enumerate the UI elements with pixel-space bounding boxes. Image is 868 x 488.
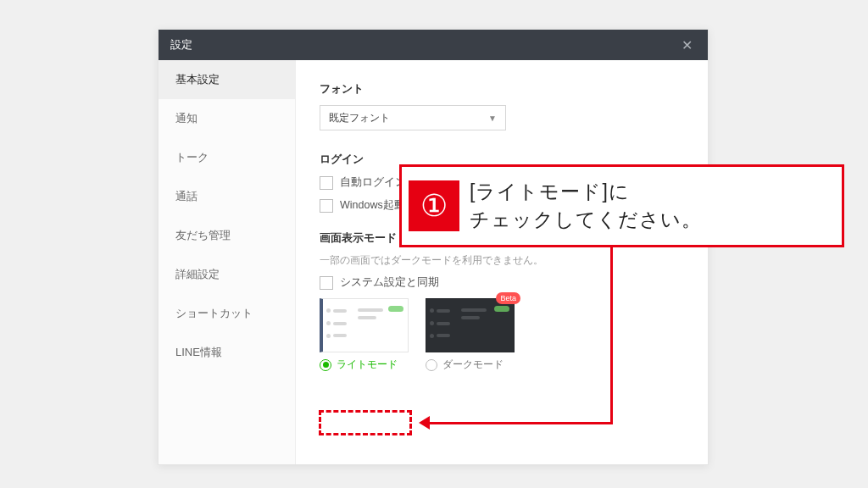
displaymode-section: 画面表示モード 一部の画面ではダークモードを利用できません。 システム設定と同期 bbox=[320, 231, 684, 372]
light-mode-text: ライトモード bbox=[337, 358, 398, 372]
annotation-line1: [ライトモード]に bbox=[470, 180, 630, 202]
chevron-down-icon: ▼ bbox=[488, 114, 497, 123]
sidebar-item-call[interactable]: 通話 bbox=[159, 177, 295, 216]
sidebar-item-shortcut[interactable]: ショートカット bbox=[159, 294, 295, 333]
radio-unselected-icon bbox=[426, 359, 437, 371]
sidebar-item-talk[interactable]: トーク bbox=[159, 138, 295, 177]
light-mode-radio[interactable]: ライトモード bbox=[320, 358, 409, 372]
sidebar-item-advanced[interactable]: 詳細設定 bbox=[159, 255, 295, 294]
sync-system-text: システム設定と同期 bbox=[340, 275, 439, 290]
radio-selected-icon bbox=[320, 359, 331, 371]
sidebar-item-friends[interactable]: 友だち管理 bbox=[159, 216, 295, 255]
checkbox-icon bbox=[320, 176, 333, 190]
settings-content: フォント 既定フォント ▼ ログイン 自動ログイン Windows起動時 画 bbox=[296, 60, 708, 464]
auto-login-text: 自動ログイン bbox=[340, 175, 406, 190]
light-preview-thumbnail bbox=[320, 298, 409, 352]
annotation-callout: ① [ライトモード]に チェックしてください。 bbox=[399, 164, 844, 247]
font-section: フォント 既定フォント ▼ bbox=[320, 82, 684, 130]
dialog-body: 基本設定 通知 トーク 通話 友だち管理 詳細設定 ショートカット LINE情報… bbox=[159, 60, 708, 464]
annotation-connector bbox=[428, 422, 613, 424]
dialog-titlebar: 設定 ✕ bbox=[159, 30, 708, 60]
font-select[interactable]: 既定フォント ▼ bbox=[320, 105, 506, 130]
font-label: フォント bbox=[320, 82, 684, 97]
annotation-arrow-icon bbox=[419, 416, 430, 430]
checkbox-icon bbox=[320, 199, 333, 213]
light-mode-option[interactable]: ライトモード bbox=[320, 298, 409, 372]
annotation-number: ① bbox=[409, 180, 459, 231]
annotation-connector bbox=[610, 247, 613, 423]
dark-mode-radio[interactable]: ダークモード bbox=[426, 358, 515, 372]
dialog-title: 設定 bbox=[170, 37, 192, 53]
settings-sidebar: 基本設定 通知 トーク 通話 友だち管理 詳細設定 ショートカット LINE情報 bbox=[159, 60, 296, 464]
sync-system-row[interactable]: システム設定と同期 bbox=[320, 275, 684, 290]
dark-preview-thumbnail bbox=[426, 298, 515, 352]
displaymode-helper: 一部の画面ではダークモードを利用できません。 bbox=[320, 254, 684, 267]
annotation-line2: チェックしてください。 bbox=[470, 208, 702, 230]
sidebar-item-notifications[interactable]: 通知 bbox=[159, 99, 295, 138]
close-icon[interactable]: ✕ bbox=[674, 30, 699, 60]
font-selected-value: 既定フォント bbox=[329, 111, 390, 125]
sidebar-item-basic[interactable]: 基本設定 bbox=[159, 60, 295, 99]
mode-previews: ライトモード Beta bbox=[320, 298, 684, 372]
dark-mode-text: ダークモード bbox=[442, 358, 504, 372]
dark-mode-option[interactable]: Beta bbox=[426, 298, 515, 372]
annotation-text: [ライトモード]に チェックしてください。 bbox=[459, 178, 702, 235]
checkbox-icon bbox=[320, 276, 333, 290]
sidebar-item-line-info[interactable]: LINE情報 bbox=[159, 333, 295, 372]
